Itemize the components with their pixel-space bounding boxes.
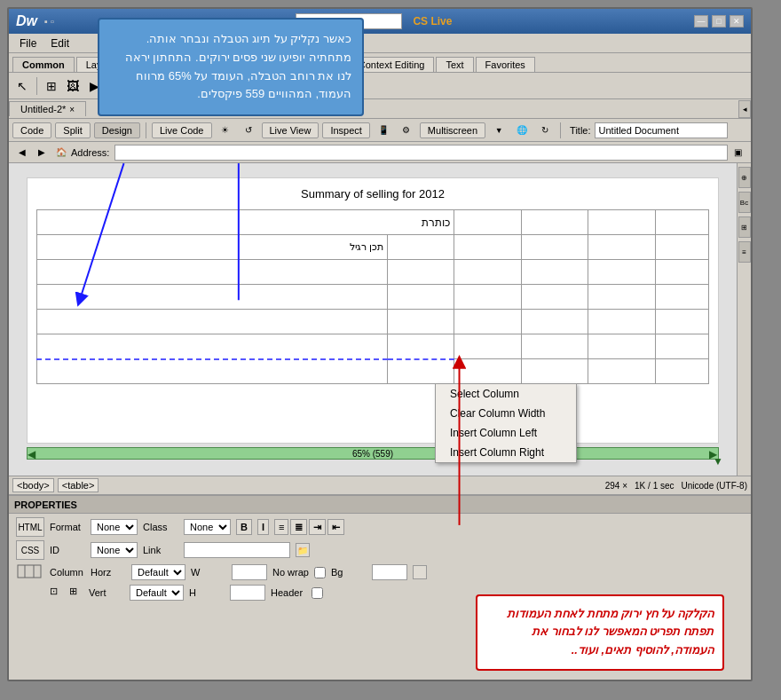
css-label: CSS — [21, 546, 40, 555]
forward-icon[interactable]: ▶ — [32, 143, 51, 162]
multiscreen-button[interactable]: Multiscreen — [420, 122, 485, 138]
table-icon[interactable]: ⊞ — [42, 76, 61, 96]
inspect-toggle-icon[interactable]: ☀ — [216, 121, 235, 140]
status-size: 1K / 1 sec — [635, 481, 674, 491]
svg-rect-0 — [18, 565, 41, 578]
right-panel-icon-3[interactable]: ⊞ — [738, 216, 751, 238]
separator-1 — [36, 77, 37, 95]
h-ruler-area: 65% (559) ◀ ▶ ▼ — [27, 447, 719, 461]
split-cells-icon[interactable]: ⊞ — [69, 586, 83, 600]
tag-table[interactable]: <table> — [58, 478, 99, 492]
vert-select[interactable]: Default — [130, 585, 184, 601]
w-input[interactable] — [232, 564, 267, 580]
context-insert-column-left[interactable]: Insert Column Left — [436, 423, 576, 443]
class-label: Class — [143, 522, 178, 532]
bg-input[interactable] — [372, 564, 407, 580]
panel-collapse-btn[interactable]: ◂ — [738, 100, 751, 118]
tab-text[interactable]: Text — [436, 57, 473, 72]
format-select[interactable]: None — [91, 519, 138, 535]
address-go-icon[interactable]: ▣ — [728, 143, 747, 162]
doc-tab-untitled[interactable]: Untitled-2* × — [9, 101, 86, 116]
table-cell — [521, 334, 588, 359]
right-panel-icon-4[interactable]: ≡ — [738, 241, 751, 263]
table-row — [37, 310, 709, 334]
split-button[interactable]: Split — [55, 122, 90, 138]
live-view-button[interactable]: Live View — [262, 122, 320, 138]
address-input[interactable] — [114, 145, 728, 161]
merge-cells-icon[interactable]: ⊡ — [50, 586, 64, 600]
inspect-button[interactable]: Inspect — [322, 122, 369, 138]
nowrap-checkbox[interactable] — [314, 567, 326, 578]
tab-favorites[interactable]: Favorites — [476, 57, 535, 72]
design-button[interactable]: Design — [94, 122, 140, 138]
properties-body: HTML Format None Class None B I ≡ ≣ ⇥ ⇤ — [9, 514, 751, 604]
id-select[interactable]: None — [91, 542, 138, 558]
table-cell — [454, 260, 522, 285]
title-label: Title: — [570, 125, 590, 136]
minimize-button[interactable]: — — [694, 15, 708, 28]
h-label: H — [189, 587, 225, 598]
menu-edit[interactable]: Edit — [43, 35, 76, 51]
horz-select[interactable]: Default — [131, 564, 185, 580]
tag-body[interactable]: <body> — [12, 478, 54, 492]
refresh-icon[interactable]: ↺ — [239, 121, 258, 140]
bg-color-picker[interactable] — [413, 565, 427, 579]
address-bar: ◀ ▶ 🏠 Address: ▣ — [9, 142, 751, 163]
status-bar: <body> <table> 294 × 1K / 1 sec Unicode … — [9, 476, 751, 495]
doc-tab-close[interactable]: × — [69, 105, 75, 114]
table-cell — [588, 359, 656, 384]
link-input[interactable] — [184, 542, 290, 558]
header-checkbox[interactable] — [312, 587, 323, 599]
table-cell — [521, 210, 588, 235]
back-icon[interactable]: ◀ — [12, 143, 32, 162]
cs-live-button[interactable]: CS Live — [413, 15, 452, 28]
multiscreen-down-icon[interactable]: ▼ — [489, 121, 509, 140]
close-button[interactable]: ✕ — [730, 15, 744, 28]
col-icon — [16, 563, 44, 581]
table-cell — [454, 310, 522, 334]
context-insert-column-right[interactable]: Insert Column Right — [436, 443, 576, 462]
right-panel-icon-1[interactable]: ⊕ — [738, 167, 751, 188]
context-select-column[interactable]: Select Column — [436, 384, 576, 404]
bold-button[interactable]: B — [236, 519, 252, 535]
table-cell — [521, 235, 588, 260]
table-cell — [454, 359, 522, 384]
settings-icon[interactable]: ⚙ — [397, 121, 416, 140]
device-icon[interactable]: 📱 — [374, 121, 393, 140]
view-sep-1 — [146, 122, 146, 138]
live-code-button[interactable]: Live Code — [152, 122, 212, 138]
data-table[interactable]: כותרת תכן רגיל — [36, 209, 709, 384]
browse-link-button[interactable]: 📁 — [296, 543, 310, 557]
table-cell — [656, 285, 709, 310]
table-row — [37, 359, 709, 384]
table-cell — [454, 210, 522, 235]
title-input[interactable] — [595, 122, 728, 138]
h-input[interactable] — [230, 585, 265, 601]
horz-label: Horz — [91, 567, 126, 578]
home-icon[interactable]: 🏠 — [51, 143, 71, 162]
class-select[interactable]: None — [184, 519, 231, 535]
menu-file[interactable]: File — [12, 35, 43, 51]
maximize-button[interactable]: □ — [712, 15, 726, 28]
browser-icon[interactable]: 🌐 — [512, 121, 532, 140]
html-button[interactable]: HTML — [16, 517, 44, 537]
context-clear-column-width[interactable]: Clear Column Width — [436, 404, 576, 423]
indent-button[interactable]: ⇥ — [309, 519, 326, 535]
ul-button[interactable]: ≡ — [274, 519, 288, 535]
css-button[interactable]: CSS — [16, 540, 44, 560]
image-icon[interactable]: 🖼 — [63, 76, 83, 96]
outdent-button[interactable]: ⇤ — [327, 519, 344, 535]
page-title: Summary of selling for 2012 — [36, 187, 709, 201]
table-cell — [37, 260, 388, 285]
table-cell — [656, 310, 709, 334]
pointer-icon[interactable]: ↖ — [12, 76, 32, 96]
ol-button[interactable]: ≣ — [290, 519, 307, 535]
right-panel-icon-2[interactable]: Bc — [738, 192, 751, 213]
table-cell — [656, 235, 709, 260]
refresh-page-icon[interactable]: ↻ — [535, 121, 555, 140]
tab-common[interactable]: Common — [12, 57, 75, 72]
italic-button[interactable]: I — [257, 519, 269, 535]
code-button[interactable]: Code — [12, 122, 51, 138]
table-cell — [588, 285, 656, 310]
table-cell — [588, 310, 656, 334]
